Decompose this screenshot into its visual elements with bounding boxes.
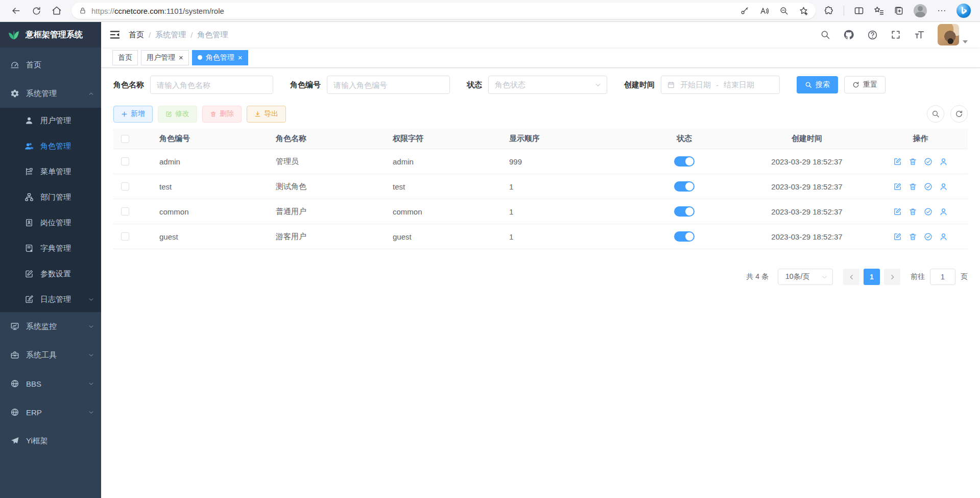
font-size-icon[interactable]: [914, 29, 925, 40]
search-button[interactable]: 搜索: [797, 76, 838, 93]
sidebar-collapse-icon[interactable]: [109, 29, 121, 40]
select-all-checkbox[interactable]: [121, 135, 129, 143]
sidebar-item-departments[interactable]: 部门管理: [0, 184, 101, 210]
browser-home-button[interactable]: [48, 2, 65, 19]
status-toggle-on[interactable]: [674, 181, 695, 192]
trash-icon[interactable]: [909, 157, 917, 166]
check-circle-icon[interactable]: [924, 207, 933, 216]
sidebar-item-parameters[interactable]: 参数设置: [0, 261, 101, 287]
extensions-icon[interactable]: [824, 6, 834, 16]
reset-button[interactable]: 重置: [844, 76, 886, 93]
cell-role-order: 1: [509, 207, 628, 216]
trash-icon[interactable]: [909, 232, 917, 241]
browser-menu-icon[interactable]: [937, 6, 947, 16]
status-toggle-on[interactable]: [674, 156, 695, 167]
close-icon[interactable]: ×: [238, 54, 243, 61]
password-key-icon[interactable]: [740, 6, 749, 15]
row-checkbox[interactable]: [121, 157, 129, 165]
sidebar-item-yi-framework[interactable]: Yi框架: [0, 426, 101, 455]
search-icon[interactable]: [820, 30, 830, 40]
sidebar-item-dictionaries[interactable]: 字典管理: [0, 235, 101, 261]
toggle-search-button[interactable]: [927, 105, 944, 123]
page-size-select[interactable]: 10条/页: [778, 269, 833, 285]
sidebar-item-posts[interactable]: 岗位管理: [0, 210, 101, 235]
browser-refresh-button[interactable]: [28, 2, 45, 19]
sidebar-item-system[interactable]: 系统管理: [0, 79, 101, 108]
browser-profile-icon[interactable]: [914, 4, 927, 17]
edit-icon[interactable]: [893, 182, 902, 191]
row-checkbox[interactable]: [121, 182, 129, 191]
favorite-add-icon[interactable]: [799, 6, 808, 16]
breadcrumb-home[interactable]: 首页: [129, 30, 144, 40]
help-icon[interactable]: [867, 30, 878, 40]
monitor-icon: [10, 322, 19, 331]
sidebar-item-roles[interactable]: 角色管理: [0, 133, 101, 159]
sidebar-item-monitor[interactable]: 系统监控: [0, 312, 101, 341]
role-code-input[interactable]: [327, 76, 450, 94]
create-time-range-picker[interactable]: 开始日期 - 结束日期: [661, 76, 780, 94]
export-button-label: 导出: [264, 109, 278, 118]
trash-icon[interactable]: [909, 182, 917, 191]
pagination-total: 共 4 条: [746, 272, 769, 281]
address-bar[interactable]: https://ccnetcore.com:1101/system/role: [71, 3, 816, 19]
assign-user-icon[interactable]: [939, 207, 948, 216]
modify-button-label: 修改: [175, 109, 189, 118]
sidebar-item-label: BBS: [26, 380, 41, 388]
edit-icon[interactable]: [893, 207, 902, 216]
delete-button[interactable]: 删除: [202, 106, 242, 123]
goto-page-input[interactable]: [930, 269, 955, 285]
export-button[interactable]: 导出: [247, 106, 286, 123]
status-select[interactable]: 角色状态: [488, 76, 607, 94]
browser-back-button[interactable]: [7, 2, 25, 19]
split-screen-icon[interactable]: [854, 6, 864, 16]
favorites-bar-icon[interactable]: [874, 6, 884, 16]
lock-icon: [79, 7, 87, 15]
refresh-icon: [852, 81, 859, 88]
tab-user-management[interactable]: 用户管理×: [141, 50, 189, 65]
sidebar-item-tools[interactable]: 系统工具: [0, 341, 101, 369]
edit-icon[interactable]: [893, 157, 902, 166]
cell-role-code: common: [159, 207, 276, 216]
collections-icon[interactable]: [894, 6, 904, 16]
table-header-row: 角色编号 角色名称 权限字符 显示顺序 状态 创建时间 操作: [113, 129, 968, 149]
bing-chat-icon[interactable]: [957, 4, 971, 18]
assign-user-icon[interactable]: [939, 232, 948, 241]
check-circle-icon[interactable]: [924, 157, 933, 166]
edit-icon[interactable]: [893, 232, 902, 241]
sidebar-item-logs[interactable]: 日志管理: [0, 287, 101, 312]
sidebar-item-erp[interactable]: ERP: [0, 398, 101, 426]
trash-icon[interactable]: [909, 207, 917, 216]
assign-user-icon[interactable]: [939, 182, 948, 191]
prev-page-button[interactable]: [843, 269, 859, 285]
assign-user-icon[interactable]: [939, 157, 948, 166]
row-checkbox[interactable]: [121, 207, 129, 216]
check-circle-icon[interactable]: [924, 232, 933, 241]
github-icon[interactable]: [843, 29, 854, 40]
add-button[interactable]: 新增: [113, 106, 153, 123]
avatar[interactable]: [938, 24, 959, 45]
sidebar-item-label: 字典管理: [40, 244, 71, 253]
sidebar-item-home[interactable]: 首页: [0, 51, 101, 79]
zoom-out-icon[interactable]: [779, 6, 788, 15]
modify-button[interactable]: 修改: [158, 106, 197, 123]
cell-role-name: 测试角色: [276, 182, 393, 192]
check-circle-icon[interactable]: [924, 182, 933, 191]
status-toggle-on[interactable]: [674, 231, 695, 242]
user-menu[interactable]: [938, 24, 968, 45]
next-page-button[interactable]: [884, 269, 900, 285]
sidebar-item-label: 首页: [26, 60, 41, 70]
status-toggle-on[interactable]: [674, 206, 695, 217]
row-checkbox[interactable]: [121, 232, 129, 241]
role-name-input[interactable]: [150, 76, 273, 94]
sidebar-item-menus[interactable]: 菜单管理: [0, 159, 101, 184]
chevron-down-icon: [88, 352, 94, 359]
tab-role-management[interactable]: 角色管理×: [192, 50, 248, 65]
sidebar-item-bbs[interactable]: BBS: [0, 369, 101, 398]
page-button-1[interactable]: 1: [864, 269, 880, 285]
read-aloud-icon[interactable]: [759, 6, 769, 16]
tab-home[interactable]: 首页: [112, 50, 138, 65]
refresh-table-button[interactable]: [950, 105, 968, 123]
close-icon[interactable]: ×: [179, 54, 183, 61]
sidebar-item-users[interactable]: 用户管理: [0, 108, 101, 133]
fullscreen-icon[interactable]: [891, 30, 901, 40]
